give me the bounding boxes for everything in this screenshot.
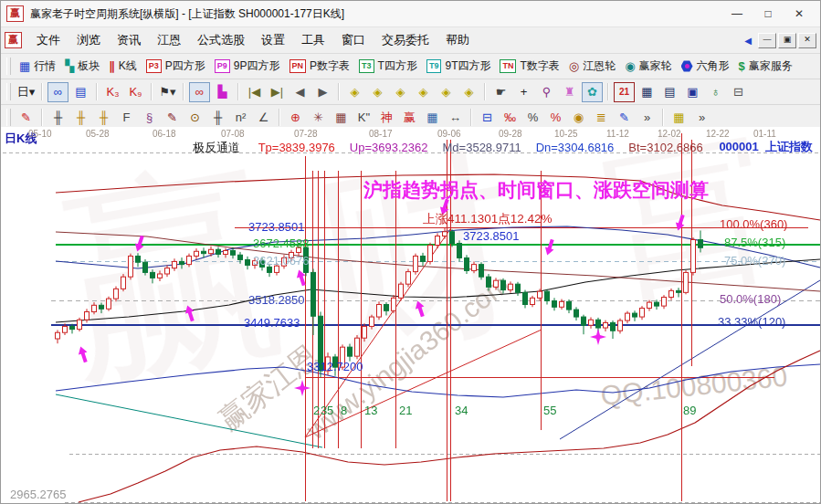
brush-2-icon[interactable]: ✎ <box>162 108 183 128</box>
gold-circle-icon[interactable]: ◉ <box>568 108 589 128</box>
crosshair-icon[interactable]: + <box>513 82 534 102</box>
maximize-button[interactable]: □ <box>753 3 784 25</box>
toolbar-button-P数字表[interactable]: PNP数字表 <box>289 58 351 74</box>
fibonacci-day-label: 5 <box>327 404 333 417</box>
printer-icon[interactable]: ⊟ <box>728 82 749 102</box>
mdi-restore-button[interactable]: ▣ <box>778 33 796 48</box>
toolbar-button-六角形[interactable]: 六角形 <box>681 58 730 74</box>
more-2-icon[interactable]: » <box>691 108 712 128</box>
grid-yellow-icon[interactable]: ▦ <box>668 108 689 128</box>
menu-item-资讯[interactable]: 资讯 <box>109 29 149 51</box>
dock-arrow-icon[interactable]: ◀ <box>744 36 752 46</box>
percent-red-icon[interactable]: % <box>545 108 566 128</box>
toolbar-grip[interactable] <box>6 109 11 126</box>
nav-first-icon[interactable]: |◀ <box>244 82 265 102</box>
grid-123-icon[interactable]: ▦ <box>422 108 443 128</box>
minimize-button[interactable]: — <box>721 3 753 25</box>
menu-item-设置[interactable]: 设置 <box>253 29 293 51</box>
menu-item-工具[interactable]: 工具 <box>293 29 333 51</box>
toolbar-button-T四方形[interactable]: T3T四方形 <box>359 58 417 74</box>
candle-9-icon[interactable]: K₉ <box>125 82 146 102</box>
link-red-icon[interactable]: ∞ <box>189 82 210 102</box>
price-scale-icon[interactable]: ⊟ <box>477 108 498 128</box>
price-chart-svg[interactable]: 赢财富赢家江恩www.yingjia360.comQQ:100800360沪指趋… <box>1 127 821 504</box>
chart-colors-icon[interactable]: ▙ <box>212 82 233 102</box>
nav-next-icon[interactable]: ▶ <box>312 82 333 102</box>
shen-red-icon[interactable]: 神 <box>376 108 397 128</box>
toolbar-button-赢家轮[interactable]: ◉赢家轮 <box>625 58 671 74</box>
n2-icon[interactable]: n² <box>230 108 251 128</box>
toolbar-button-板块[interactable]: ▚板块 <box>65 58 100 74</box>
calculator-icon[interactable]: ▦ <box>637 82 658 102</box>
ying-red-icon[interactable]: 赢 <box>399 108 420 128</box>
calendar-21-icon[interactable]: 21 <box>614 82 635 102</box>
toolbar-grip[interactable] <box>6 83 11 100</box>
price-level-label: 3621.0676 <box>253 254 309 268</box>
toolbar-button-P四方形[interactable]: P3P四方形 <box>146 58 205 74</box>
spiral-icon[interactable]: § <box>139 108 160 128</box>
ruler-2-icon[interactable]: ╫ <box>207 108 228 128</box>
candle-body <box>574 310 579 317</box>
menu-item-帮助[interactable]: 帮助 <box>437 29 478 51</box>
menu-item-浏览[interactable]: 浏览 <box>68 29 109 51</box>
link-blue-icon[interactable]: ∞ <box>47 82 68 102</box>
ruler-icon[interactable]: ╫ <box>47 108 68 128</box>
castle-pink-icon[interactable]: ♜ <box>559 82 580 102</box>
toolbar-button-行情[interactable]: ▦行情 <box>19 58 56 74</box>
toolbar-button-9T四方形[interactable]: T99T四方形 <box>426 58 491 74</box>
span-arrows-icon[interactable]: ↔ <box>445 108 466 128</box>
kline-period-icon[interactable]: 日▾ <box>16 82 37 102</box>
menu-item-江恩[interactable]: 江恩 <box>149 29 189 51</box>
menu-item-交易委托[interactable]: 交易委托 <box>374 29 437 51</box>
brush-red-icon[interactable]: ✎ <box>16 108 37 128</box>
candle-body <box>626 313 630 320</box>
diamond-x-icon[interactable]: ◈ <box>413 82 434 102</box>
mdi-minimize-button[interactable]: — <box>758 33 776 48</box>
candle-body <box>173 261 177 268</box>
spider-web-icon[interactable]: ✳ <box>308 108 329 128</box>
price-level-label: 3723.8501 <box>248 220 304 234</box>
menu-item-窗口[interactable]: 窗口 <box>333 29 374 51</box>
nav-last-icon[interactable]: ▶| <box>267 82 288 102</box>
grid-web-icon[interactable]: ▦ <box>331 108 352 128</box>
gold-line-icon[interactable]: ≣ <box>591 108 612 128</box>
percent-icon[interactable]: % <box>522 108 543 128</box>
toolbar-button-赢家服务[interactable]: $赢家服务 <box>739 58 793 74</box>
compass-icon[interactable]: ⊕ <box>285 108 306 128</box>
k-quote-icon[interactable]: K" <box>353 108 374 128</box>
close-button[interactable]: ✕ <box>784 3 815 25</box>
toolbar-button-K线[interactable]: ∥K线 <box>109 58 137 74</box>
percent-triangle-icon[interactable]: ‰ <box>500 108 521 128</box>
diamond-left-icon[interactable]: ◈ <box>344 82 365 102</box>
ruler-f-icon[interactable]: F <box>116 108 137 128</box>
doc-blue-icon[interactable]: ▤ <box>70 82 91 102</box>
candle-3-icon[interactable]: K₃ <box>102 82 123 102</box>
brain-teal-icon[interactable]: ✿ <box>582 82 603 102</box>
ruler-gold-1-icon[interactable]: ╫ <box>70 108 91 128</box>
toolbar-button-9P四方形[interactable]: P99P四方形 <box>215 58 280 74</box>
notebook-icon[interactable]: ▤ <box>659 82 680 102</box>
flag-drop-icon[interactable]: ⚑▾ <box>157 82 178 102</box>
diamond-star-icon[interactable]: ◈ <box>436 82 457 102</box>
key-icon[interactable]: ⚲ <box>536 82 557 102</box>
chart-area[interactable]: 赢财富赢家江恩www.yingjia360.comQQ:100800360沪指趋… <box>1 127 821 504</box>
title-bar[interactable]: 赢 赢家老子时空周期系统[纵横版] - [上证指数 SH000001-177日K… <box>1 1 820 27</box>
globe-save-icon[interactable]: ♁ <box>705 82 726 102</box>
diamond-lr-icon[interactable]: ◈ <box>390 82 411 102</box>
toolbar-grip[interactable] <box>6 58 11 75</box>
mdi-close-button[interactable]: ✕ <box>798 33 816 48</box>
menu-item-公式选股[interactable]: 公式选股 <box>189 29 253 51</box>
toolbar-button-T数字表[interactable]: TNT数字表 <box>500 58 559 74</box>
diamond-cross-icon[interactable]: ◈ <box>458 82 479 102</box>
diamond-down-icon[interactable]: ◈ <box>367 82 388 102</box>
more-1-icon[interactable]: » <box>637 108 658 128</box>
menu-item-文件[interactable]: 文件 <box>28 29 68 51</box>
ruler-gold-2-icon[interactable]: ╫ <box>93 108 114 128</box>
angle-fan-icon[interactable]: ∠ <box>253 108 274 128</box>
toolbar-button-江恩轮[interactable]: ◎江恩轮 <box>569 58 616 74</box>
hand-icon[interactable]: ☛ <box>490 82 511 102</box>
nav-prev-icon[interactable]: ◀ <box>289 82 311 102</box>
cycle-clock-icon[interactable]: ⊙ <box>184 108 205 128</box>
pencil-blue-icon[interactable]: ✎ <box>614 108 635 128</box>
save-icon[interactable]: ▣ <box>682 82 703 102</box>
